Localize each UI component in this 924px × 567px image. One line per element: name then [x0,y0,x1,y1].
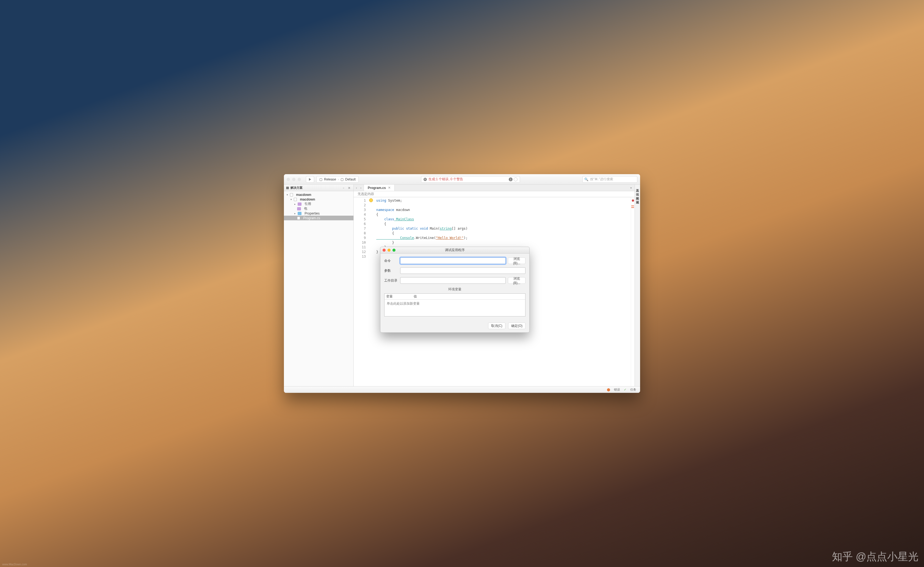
window-controls[interactable] [287,178,301,181]
error-count-badge: 1 [509,177,512,181]
solution-icon: ▤ [286,186,289,189]
nav-fwd-icon[interactable]: › [360,186,361,190]
env-placeholder[interactable]: 单击此处以添加新变量 [385,300,525,308]
solution-panel: ▤ 解决方案 ▫ ✕ ▾ macdown ▾ macdown ▸ 引用 包 ▸ … [284,184,354,386]
target-name: Default [345,177,356,181]
workdir-label: 工作目录 [384,278,398,283]
search-placeholder: 按"⌘."进行搜索 [590,177,613,182]
minimap-marker [631,206,634,206]
browse-command-button[interactable]: 浏览(B)... [508,257,526,264]
build-status[interactable]: ✕ 生成:1 个错误, 0 个警告 1 [421,176,520,183]
tree-file-program[interactable]: Program.cs [284,216,353,220]
dialog-minimize-icon[interactable] [388,249,391,252]
close-icon[interactable] [287,178,290,181]
env-col-value: 值 [414,294,417,299]
tabbar-overflow-icon[interactable]: ▾ [630,186,632,190]
command-label: 命令 [384,258,398,263]
pin-icon[interactable]: ▫ [343,186,346,189]
dialog-zoom-icon[interactable] [392,249,395,252]
args-input[interactable] [400,267,526,274]
play-icon [309,178,311,181]
zoom-icon[interactable] [297,178,301,181]
nav-back-icon[interactable]: ‹ [356,186,357,190]
dialog-title: 调试应用程序 [445,248,465,252]
env-section-title: 环境变量 [384,287,526,292]
config-selector[interactable]: ▢Release › ▢Default [316,176,359,183]
cancel-button[interactable]: 取消(C) [488,322,505,329]
editor-tabbar: ‹› Program.cs✕ ▾ [354,184,635,191]
minimize-icon[interactable] [292,178,296,181]
editor-tab[interactable]: Program.cs✕ [364,184,395,191]
breadcrumb[interactable]: 无选定内容 [354,191,635,197]
build-status-text: 生成:1 个错误, 0 个警告 [428,177,463,182]
args-label: 参数 [384,268,398,273]
tree-references[interactable]: ▸ 引用 [284,202,353,206]
titlebar: ▢Release › ▢Default ✕ 生成:1 个错误, 0 个警告 1 … [284,174,640,184]
tree-project[interactable]: ▾ macdown [284,197,353,202]
close-tab-icon[interactable]: ✕ [388,186,391,189]
lightbulb-icon[interactable] [369,198,373,202]
search-input[interactable]: 🔍 按"⌘."进行搜索 [582,176,637,183]
solution-panel-title: 解决方案 [290,186,303,190]
gutter: 12345678910111213 [354,197,368,386]
minimap-marker [631,207,634,208]
tab-label: Program.cs [368,186,386,190]
debug-dialog: 调试应用程序 命令 浏览(B)... 参数 工作目录 浏览(B)... 环境变量… [380,247,530,333]
footer-credit: www.MacDown.com [2,563,27,566]
tree-packages[interactable]: 包 [284,206,353,211]
solution-panel-header: ▤ 解决方案 ▫ ✕ [284,184,353,191]
config-name: Release [324,177,336,181]
dialog-titlebar: 调试应用程序 [380,247,529,254]
browse-workdir-button[interactable]: 浏览(B)... [508,277,526,284]
run-button[interactable] [306,176,314,183]
ide-window: ▢Release › ▢Default ✕ 生成:1 个错误, 0 个警告 1 … [284,174,640,393]
fire-icon: ⬤ [607,388,610,392]
workdir-input[interactable] [400,277,506,284]
minimap-error-marker[interactable] [632,200,634,202]
ok-button[interactable]: 确定(O) [508,322,526,329]
nav-arrows[interactable]: ‹› [354,184,364,191]
info-icon [514,177,517,181]
env-col-variable: 变量 [386,294,414,299]
minimap[interactable] [631,197,635,386]
search-icon: 🔍 [584,177,588,181]
watermark: 知乎 @点点小星光 [832,550,918,564]
dialog-close-icon[interactable] [383,249,386,252]
side-tool-tabs: 工具箱 属性 文档大纲 单元测试 [635,184,640,386]
env-table[interactable]: 变量值 单击此处以添加新变量 [384,293,526,316]
command-input[interactable] [400,257,506,264]
error-icon: ✕ [424,178,427,181]
tree-solution[interactable]: ▾ macdown [284,192,353,197]
close-panel-icon[interactable]: ✕ [348,186,351,189]
status-bar: ⬤错误 ✓任务 [284,386,640,393]
status-errors[interactable]: 错误 [614,388,620,392]
status-tasks[interactable]: 任务 [630,388,636,392]
solution-tree[interactable]: ▾ macdown ▾ macdown ▸ 引用 包 ▸ Properties … [284,191,353,221]
tree-properties[interactable]: ▸ Properties [284,211,353,216]
